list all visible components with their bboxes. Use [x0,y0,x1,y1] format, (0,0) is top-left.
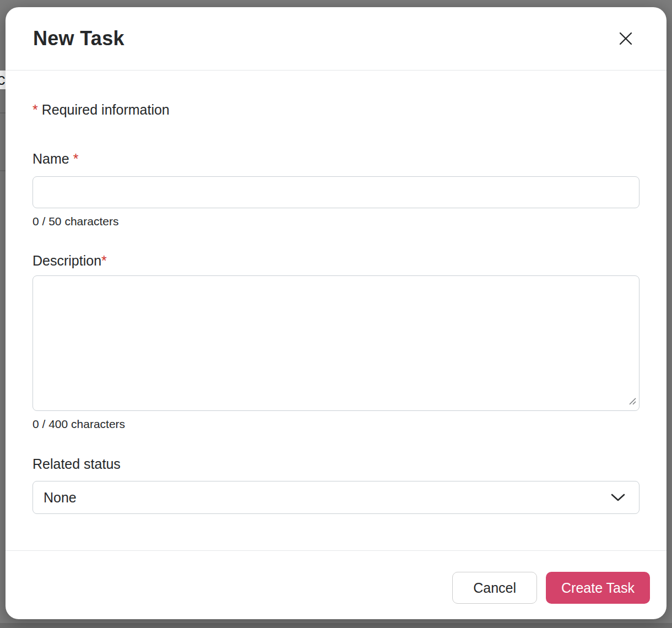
required-information-note: * Required information [32,101,640,118]
modal-title: New Task [33,27,124,50]
background-table-border [0,170,6,171]
cancel-button[interactable]: Cancel [452,572,537,604]
background-table-border [0,112,6,113]
modal-footer: Cancel Create Task [6,550,666,619]
related-status-label: Related status [32,456,640,472]
related-status-selected-value: None [44,490,77,506]
background-occluded-text: c [0,71,6,89]
modal-header: New Task [6,7,666,71]
description-char-counter: 0 / 400 characters [32,417,640,431]
background-occluded-content: c [0,71,6,89]
name-required-asterisk: * [73,151,79,166]
description-field-wrapper [32,275,640,411]
name-input[interactable] [32,176,640,208]
required-asterisk: * [32,102,38,117]
close-icon [617,30,634,47]
description-required-asterisk: * [101,253,107,268]
description-label: Description* [32,252,640,269]
name-label: Name * [32,150,640,167]
create-task-button[interactable]: Create Task [546,572,650,604]
close-button[interactable] [614,26,638,51]
modal-body: * Required information Name * 0 / 50 cha… [6,71,666,550]
description-textarea[interactable] [32,275,640,411]
name-char-counter: 0 / 50 characters [32,214,640,228]
new-task-modal: New Task * Required information Name * 0… [6,7,666,619]
related-status-select[interactable]: None [32,481,640,514]
chevron-down-icon [610,493,626,502]
required-note-label: Required information [42,102,170,117]
background-dark-band [0,623,672,628]
